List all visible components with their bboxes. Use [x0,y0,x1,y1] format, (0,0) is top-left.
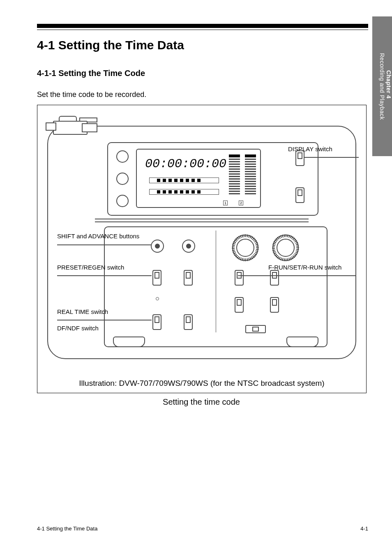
figure-note: Illustration: DVW-707/709WS/790WS (for t… [37,379,366,388]
figure-frame: 00:00:00:00 1 2 [37,105,367,393]
lcd-screen: 00:00:00:00 1 2 [136,149,261,208]
callout-df-ndf: DF/NDF switch [57,325,99,332]
switch [270,270,279,286]
callout-display-switch: DISPLAY switch [288,145,332,153]
panel-knob [116,195,129,207]
callout-preset-regen: PRESET/REGEN switch [57,264,124,272]
leader-line [304,157,359,158]
panel-switch [295,187,304,203]
callout-frun-rrun: F-RUN/SET/R-RUN switch [268,264,341,272]
panel-foot [286,337,318,347]
chapter-side-tab: Chapter 4 Recording and Playback [372,16,392,156]
panel-divider [95,219,309,219]
switch [184,270,193,286]
manual-page: Chapter 4 Recording and Playback 4-1 Set… [0,0,392,544]
leader-line [238,275,355,276]
section-title-text: Setting the Time Data [58,38,184,52]
audio-meter [229,154,256,203]
footer-right: 4-1 [360,526,368,532]
panel-divider [95,221,309,222]
timecode-readout: 00:00:00:00 [145,157,226,171]
panel-knob [116,173,129,185]
switch [235,297,244,313]
lcd-bar [149,189,219,195]
slider [245,325,266,333]
section-heading: 4-1 Setting the Time Data [37,38,368,52]
df-ndf-switch [184,314,193,330]
page-footer: 4-1 Setting the Time Data 4-1 [37,526,368,532]
panel-centerline [216,231,216,332]
chapter-number: Chapter 4 [385,20,392,150]
dial [232,235,258,261]
callout-realtime: REAL TIME switch [57,308,108,316]
intro-text: Set the time code to be recorded. [37,90,368,99]
thin-rule [37,30,368,30]
reset-hole [156,297,159,300]
frun-rrun-switch [235,270,244,286]
camcorder-icon [44,115,97,140]
panel-knob [116,150,129,163]
callout-shift-advance: SHIFT and ADVANCE buttons [57,233,139,240]
heavy-rule [37,24,368,28]
preset-regen-switch [152,270,161,286]
figure-caption: Setting the time code [37,397,366,407]
shift-button [151,240,164,253]
channel-1-label: 1 [223,201,228,205]
dial [272,235,299,261]
leader-line [57,244,152,245]
section-number: 4-1 [37,38,55,52]
advance-button [182,240,195,253]
realtime-switch [152,314,161,330]
switch [270,297,279,313]
leader-line [57,320,152,320]
lcd-bar [149,177,219,183]
display-panel: 00:00:00:00 1 2 [107,142,318,216]
subsection-heading: 4-1-1 Setting the Time Code [37,69,368,78]
leader-line [57,275,152,276]
footer-left: 4-1 Setting the Time Data [37,526,97,532]
device-schematic: 00:00:00:00 1 2 [42,109,362,368]
chapter-title: Recording and Playback [379,53,385,120]
panel-foot [113,337,145,347]
